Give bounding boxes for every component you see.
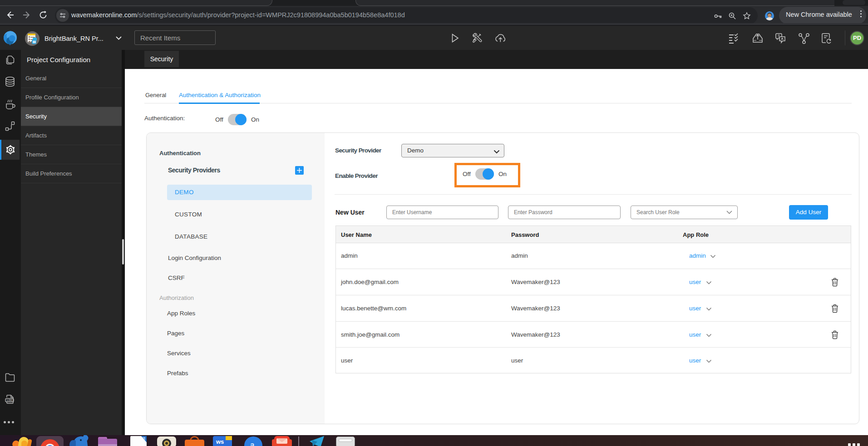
svg-text:LOG: LOG [7,399,12,402]
